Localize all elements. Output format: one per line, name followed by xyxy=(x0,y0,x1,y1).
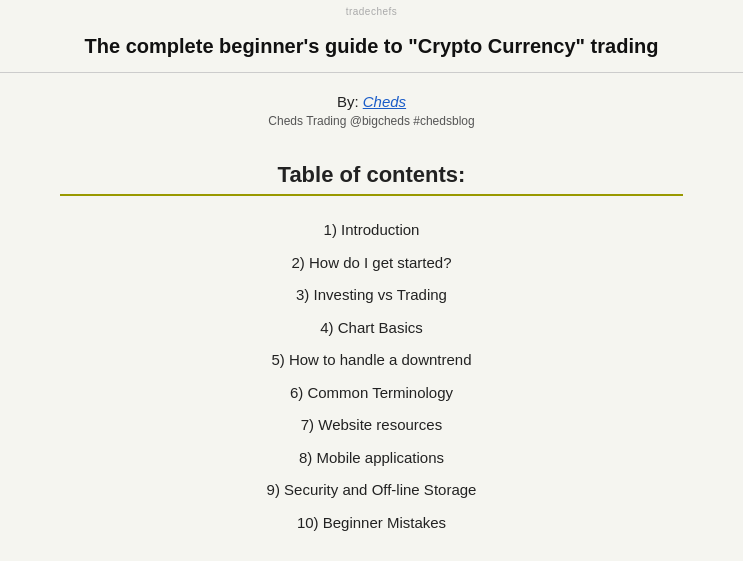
author-label: By: xyxy=(337,93,363,110)
author-sub: Cheds Trading @bigcheds #chedsblog xyxy=(0,114,743,128)
author-section: By: Cheds Cheds Trading @bigcheds #cheds… xyxy=(0,73,743,132)
page-title: The complete beginner's guide to "Crypto… xyxy=(30,35,713,58)
toc-title: Table of contents: xyxy=(60,162,683,188)
list-item: 3) Investing vs Trading xyxy=(60,279,683,312)
watermark: tradechefs xyxy=(0,0,743,19)
author-line: By: Cheds xyxy=(0,93,743,110)
list-item: 7) Website resources xyxy=(60,409,683,442)
author-link[interactable]: Cheds xyxy=(363,93,406,110)
list-item: 6) Common Terminology xyxy=(60,377,683,410)
toc-list: 1) Introduction 2) How do I get started?… xyxy=(60,214,683,539)
list-item: 9) Security and Off-line Storage xyxy=(60,474,683,507)
toc-section: Table of contents: 1) Introduction 2) Ho… xyxy=(0,132,743,561)
toc-divider xyxy=(60,194,683,196)
list-item: 2) How do I get started? xyxy=(60,247,683,280)
list-item: 10) Beginner Mistakes xyxy=(60,507,683,540)
page-title-bar: The complete beginner's guide to "Crypto… xyxy=(0,19,743,73)
list-item: 5) How to handle a downtrend xyxy=(60,344,683,377)
list-item: 8) Mobile applications xyxy=(60,442,683,475)
list-item: 4) Chart Basics xyxy=(60,312,683,345)
list-item: 1) Introduction xyxy=(60,214,683,247)
